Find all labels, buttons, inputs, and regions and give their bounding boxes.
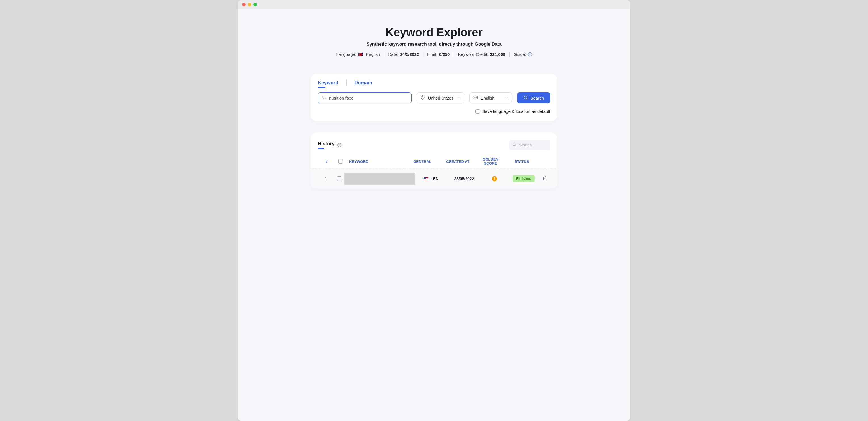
meta-guide: Guide: i bbox=[509, 52, 536, 57]
page-title: Keyword Explorer bbox=[249, 26, 619, 39]
row-created: 23/05/2022 bbox=[447, 176, 482, 181]
col-check bbox=[335, 159, 346, 164]
header-meta: Language: English Date: 24/5/2022 Limit:… bbox=[249, 52, 619, 57]
svg-point-4 bbox=[524, 96, 527, 99]
country-select[interactable]: United States bbox=[417, 93, 464, 103]
meta-language-value: English bbox=[366, 52, 380, 57]
row-keyword bbox=[344, 173, 415, 185]
svg-line-7 bbox=[515, 145, 516, 146]
meta-credit-value: 221,609 bbox=[490, 52, 505, 57]
search-button[interactable]: Search bbox=[517, 93, 550, 103]
language-value: English bbox=[480, 96, 494, 100]
svg-point-2 bbox=[422, 96, 423, 98]
col-general: GENERAL bbox=[405, 159, 439, 164]
language-select[interactable]: English bbox=[469, 93, 512, 103]
main-content: Keyword Explorer Synthetic keyword resea… bbox=[238, 9, 630, 212]
search-button-label: Search bbox=[530, 96, 544, 100]
svg-line-5 bbox=[527, 98, 528, 99]
tab-divider bbox=[346, 80, 347, 86]
svg-point-0 bbox=[322, 96, 325, 98]
row-status: Finished bbox=[508, 175, 539, 182]
col-num: # bbox=[318, 159, 335, 164]
row-action bbox=[539, 176, 550, 181]
tab-domain[interactable]: Domain bbox=[354, 80, 372, 87]
minimize-window-button[interactable] bbox=[248, 3, 251, 6]
keyword-input[interactable] bbox=[318, 93, 411, 103]
search-icon bbox=[523, 95, 528, 101]
history-card: History i # KEYWORD GENERAL CREATED AT bbox=[311, 132, 557, 189]
page-subtitle: Synthetic keyword research tool, directl… bbox=[249, 42, 619, 47]
col-status: STATUS bbox=[505, 159, 539, 164]
info-icon[interactable]: i bbox=[528, 53, 532, 57]
meta-date: Date: 24/5/2022 bbox=[384, 52, 423, 57]
meta-limit-label: Limit: bbox=[427, 52, 437, 57]
language-icon bbox=[473, 96, 478, 100]
history-head: History i bbox=[311, 140, 557, 155]
col-created: CREATED AT bbox=[439, 159, 476, 164]
save-default-label: Save language & location as default bbox=[482, 109, 550, 114]
svg-line-1 bbox=[325, 98, 326, 99]
row-checkbox[interactable] bbox=[337, 176, 341, 181]
meta-credit-label: Keyword Credit: bbox=[458, 52, 488, 57]
meta-limit: Limit: 0/250 bbox=[423, 52, 454, 57]
search-icon bbox=[322, 95, 326, 100]
tab-keyword[interactable]: Keyword bbox=[318, 80, 338, 87]
history-title: History bbox=[318, 141, 335, 149]
meta-date-label: Date: bbox=[388, 52, 398, 57]
row-golden: ! bbox=[482, 176, 508, 181]
chevron-down-icon bbox=[505, 96, 508, 100]
search-tabs: Keyword Domain bbox=[318, 80, 550, 87]
meta-guide-label: Guide: bbox=[514, 52, 526, 57]
col-keyword: KEYWORD bbox=[346, 159, 405, 164]
save-default-checkbox[interactable] bbox=[475, 109, 480, 114]
redacted-keyword bbox=[344, 173, 415, 185]
close-window-button[interactable] bbox=[242, 3, 246, 6]
meta-language-label: Language: bbox=[336, 52, 356, 57]
trash-icon[interactable] bbox=[542, 177, 547, 181]
meta-credit: Keyword Credit: 221,609 bbox=[454, 52, 509, 57]
location-pin-icon bbox=[421, 95, 425, 101]
select-all-checkbox[interactable] bbox=[338, 159, 343, 164]
save-default-row: Save language & location as default bbox=[318, 109, 550, 114]
warning-icon: ! bbox=[492, 176, 497, 181]
meta-limit-value: 0/250 bbox=[439, 52, 450, 57]
us-flag-icon bbox=[424, 177, 428, 180]
row-general-lang: - EN bbox=[431, 176, 438, 181]
app-window: Keyword Explorer Synthetic keyword resea… bbox=[238, 0, 630, 421]
meta-language: Language: English bbox=[332, 52, 384, 57]
chevron-down-icon bbox=[457, 96, 461, 100]
maximize-window-button[interactable] bbox=[253, 3, 257, 6]
keyword-input-wrap bbox=[318, 93, 411, 103]
meta-date-value: 24/5/2022 bbox=[400, 52, 419, 57]
uk-flag-icon bbox=[358, 53, 363, 56]
search-icon bbox=[512, 142, 516, 148]
info-icon[interactable]: i bbox=[338, 143, 341, 147]
history-search bbox=[509, 140, 550, 150]
row-check bbox=[334, 176, 344, 181]
page-header: Keyword Explorer Synthetic keyword resea… bbox=[249, 26, 619, 57]
col-golden: GOLDEN SCORE bbox=[476, 157, 505, 166]
search-card: Keyword Domain United States bbox=[311, 74, 557, 121]
history-table-head: # KEYWORD GENERAL CREATED AT GOLDEN SCOR… bbox=[311, 155, 557, 169]
search-row: United States English bbox=[318, 93, 550, 103]
history-table-row[interactable]: 1 - EN 23/05/2022 ! Finished bbox=[311, 169, 557, 189]
row-general: - EN bbox=[415, 176, 447, 181]
window-titlebar bbox=[238, 0, 630, 9]
history-title-wrap: History i bbox=[318, 141, 341, 149]
status-badge: Finished bbox=[513, 175, 534, 182]
row-num: 1 bbox=[318, 176, 334, 181]
country-value: United States bbox=[428, 96, 453, 100]
svg-point-6 bbox=[513, 143, 516, 145]
